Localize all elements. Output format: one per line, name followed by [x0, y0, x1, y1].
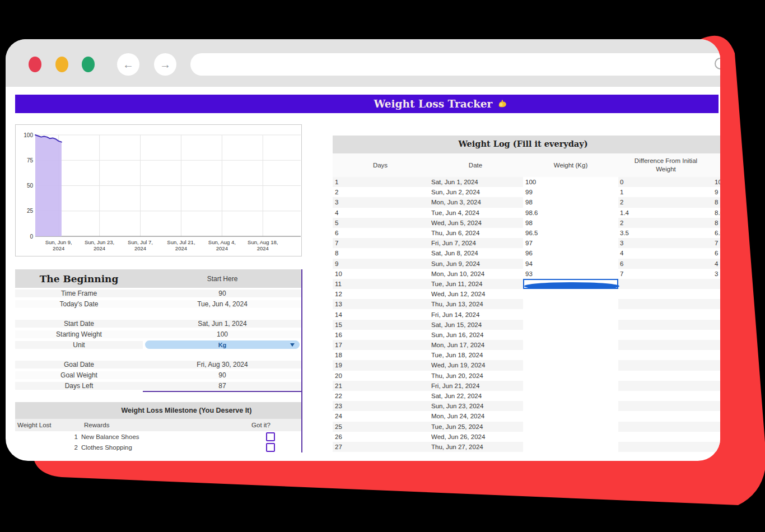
cell-extra[interactable] — [713, 422, 720, 432]
cell-extra[interactable] — [713, 391, 720, 401]
cell-weight[interactable] — [523, 371, 618, 381]
cell-day[interactable]: 3 — [333, 197, 428, 207]
cell-difference[interactable] — [618, 289, 713, 299]
selected-cell[interactable] — [523, 279, 618, 289]
cell-extra[interactable]: 10 — [713, 177, 720, 187]
cell-difference[interactable]: 4 — [618, 248, 713, 258]
cell-weight[interactable]: 93 — [523, 269, 618, 279]
cell-date[interactable]: Sun, Jun 16, 2024 — [428, 330, 523, 340]
traffic-light-minimize[interactable] — [55, 57, 68, 72]
cell-difference[interactable]: 1.4 — [618, 208, 713, 218]
cell-difference[interactable] — [618, 432, 713, 442]
cell-weight[interactable] — [523, 411, 618, 421]
cell-weight[interactable] — [523, 299, 618, 309]
weight-chart-card[interactable]: 0255075100Sun, Jun 9,2024Sun, Jun 23,202… — [15, 124, 302, 256]
cell-weight[interactable] — [523, 340, 618, 350]
cell-day[interactable]: 8 — [333, 248, 428, 258]
cell-day[interactable]: 7 — [333, 238, 428, 248]
cell-extra[interactable]: 6.5 — [713, 228, 720, 238]
cell-date[interactable]: Tue, Jun 25, 2024 — [428, 422, 523, 432]
cell-difference[interactable]: 3.5 — [618, 228, 713, 238]
cell-difference[interactable] — [618, 360, 713, 370]
cell-extra[interactable]: 7 — [713, 238, 720, 248]
cell-extra[interactable]: 9 — [713, 187, 720, 197]
cell-date[interactable]: Tue, Jun 18, 2024 — [428, 350, 523, 360]
cell-difference[interactable] — [618, 442, 713, 452]
cell-difference[interactable] — [618, 350, 713, 360]
cell-day[interactable]: 10 — [333, 269, 428, 279]
cell-day[interactable]: 24 — [333, 411, 428, 421]
cell-difference[interactable] — [618, 309, 713, 319]
cell-day[interactable]: 17 — [333, 340, 428, 350]
beginning-value-cell[interactable]: 90 — [143, 290, 302, 297]
cell-date[interactable]: Mon, Jun 3, 2024 — [428, 197, 523, 207]
cell-difference[interactable] — [618, 299, 713, 309]
cell-weight[interactable] — [523, 381, 618, 391]
cell-day[interactable]: 20 — [333, 371, 428, 381]
cell-date[interactable]: Thu, Jun 20, 2024 — [428, 371, 523, 381]
cell-weight[interactable]: 100 — [523, 177, 618, 187]
cell-weight[interactable] — [523, 360, 618, 370]
cell-day[interactable]: 4 — [333, 208, 428, 218]
cell-date[interactable]: Wed, Jun 12, 2024 — [428, 289, 523, 299]
cell-difference[interactable] — [618, 411, 713, 421]
forward-button[interactable]: → — [154, 53, 176, 76]
cell-weight[interactable] — [523, 391, 618, 401]
cell-extra[interactable] — [713, 401, 720, 411]
cell-difference[interactable] — [618, 401, 713, 411]
got-it-checkbox[interactable] — [266, 432, 275, 441]
cell-difference[interactable] — [618, 279, 713, 289]
cell-day[interactable]: 25 — [333, 422, 428, 432]
cell-extra[interactable] — [713, 320, 720, 330]
unit-dropdown[interactable]: Kg — [145, 340, 300, 349]
cell-difference[interactable]: 2 — [618, 197, 713, 207]
cell-extra[interactable] — [713, 279, 720, 289]
cell-extra[interactable] — [713, 289, 720, 299]
cell-extra[interactable]: 4 — [713, 259, 720, 269]
beginning-value-cell[interactable]: 87 — [143, 382, 302, 390]
cell-day[interactable]: 9 — [333, 259, 428, 269]
cell-day[interactable]: 1 — [333, 177, 428, 187]
cell-day[interactable]: 5 — [333, 218, 428, 228]
cell-date[interactable]: Thu, Jun 6, 2024 — [428, 228, 523, 238]
cell-difference[interactable]: 6 — [618, 259, 713, 269]
cell-weight[interactable] — [523, 442, 618, 452]
cell-day[interactable]: 14 — [333, 309, 428, 319]
cell-difference[interactable] — [618, 371, 713, 381]
cell-extra[interactable]: 8 — [713, 218, 720, 228]
cell-difference[interactable] — [618, 391, 713, 401]
cell-date[interactable]: Mon, Jun 17, 2024 — [428, 340, 523, 350]
cell-weight[interactable]: 96.5 — [523, 228, 618, 238]
cell-difference[interactable]: 0 — [618, 177, 713, 187]
cell-difference[interactable]: 2 — [618, 218, 713, 228]
beginning-value-cell[interactable]: Sat, Jun 1, 2024 — [143, 320, 302, 328]
cell-date[interactable]: Sun, Jun 2, 2024 — [428, 187, 523, 197]
cell-weight[interactable] — [523, 401, 618, 411]
cell-date[interactable]: Tue, Jun 4, 2024 — [428, 208, 523, 218]
back-button[interactable]: ← — [117, 53, 139, 76]
cell-weight[interactable]: 98.6 — [523, 208, 618, 218]
cell-extra[interactable] — [713, 411, 720, 421]
cell-date[interactable]: Sat, Jun 1, 2024 — [428, 177, 523, 187]
cell-extra[interactable]: 8 — [713, 197, 720, 207]
cell-difference[interactable] — [618, 340, 713, 350]
beginning-value-cell[interactable]: 90 — [143, 371, 302, 379]
cell-weight[interactable]: 97 — [523, 238, 618, 248]
cell-extra[interactable] — [713, 309, 720, 319]
cell-difference[interactable] — [618, 330, 713, 340]
cell-extra[interactable]: 6 — [713, 248, 720, 258]
cell-weight[interactable]: 98 — [523, 197, 618, 207]
cell-difference[interactable] — [618, 320, 713, 330]
cell-day[interactable]: 27 — [333, 442, 428, 452]
cell-day[interactable]: 19 — [333, 360, 428, 370]
cell-extra[interactable]: 8.6 — [713, 208, 720, 218]
got-it-checkbox[interactable] — [266, 443, 275, 452]
cell-date[interactable]: Mon, Jun 24, 2024 — [428, 411, 523, 421]
cell-difference[interactable]: 3 — [618, 238, 713, 248]
cell-date[interactable]: Wed, Jun 26, 2024 — [428, 432, 523, 442]
cell-date[interactable]: Sat, Jun 15, 2024 — [428, 320, 523, 330]
cell-day[interactable]: 26 — [333, 432, 428, 442]
cell-date[interactable]: Thu, Jun 13, 2024 — [428, 299, 523, 309]
cell-weight[interactable]: 94 — [523, 259, 618, 269]
cell-date[interactable]: Sat, Jun 8, 2024 — [428, 248, 523, 258]
